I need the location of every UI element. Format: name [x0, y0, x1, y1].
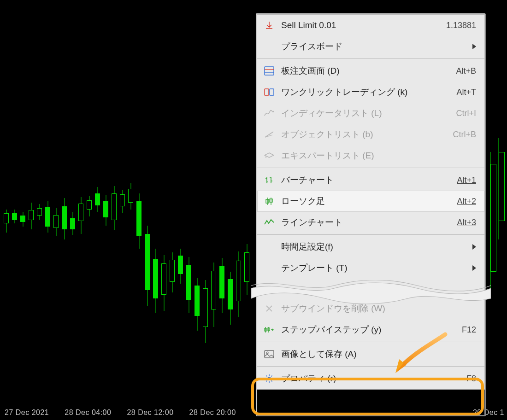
menu-label: ワンクリックトレーディング (k) [281, 86, 456, 98]
menu-label: 画像として保存 (A) [281, 348, 476, 360]
shortcut: Alt+T [456, 88, 476, 97]
step-icon [257, 326, 281, 334]
shortcut: Alt+3 [457, 218, 476, 228]
context-menu: Sell Limit 0.01 1.13881 プライスボード 板注文画面 (D… [257, 14, 485, 390]
menu-bar-chart[interactable]: バーチャート Alt+1 [257, 169, 484, 191]
menu-step-by-step[interactable]: ステップバイステップ (y) F12 [257, 319, 484, 340]
gear-icon [257, 374, 281, 383]
shortcut: Ctrl+I [456, 109, 476, 118]
menu-one-click-trading[interactable]: ワンクリックトレーディング (k) Alt+T [257, 82, 484, 103]
sell-arrow-icon [257, 21, 281, 30]
shortcut: Ctrl+B [453, 130, 476, 140]
menu-label: 時間足設定(f) [281, 241, 469, 253]
menu-line-chart[interactable]: ラインチャート Alt+3 [257, 212, 484, 233]
menu-label: サブウインドウを削除 (W) [281, 303, 476, 315]
menu-object-list: オブジェクトリスト (b) Ctrl+B [257, 124, 484, 145]
menu-properties[interactable]: プロパティ (r) F8 [257, 368, 484, 389]
menu-expert-list: エキスパートリスト (E) [257, 145, 484, 166]
candlestick-icon [257, 197, 281, 206]
menu-label: ステップバイステップ (y) [281, 324, 462, 336]
menu-sell-limit[interactable]: Sell Limit 0.01 1.13881 [257, 15, 484, 36]
depth-icon [257, 66, 281, 76]
price-value: 1.13881 [446, 21, 476, 30]
menu-label: バーチャート [281, 174, 457, 186]
submenu-arrow-icon [472, 44, 476, 49]
shortcut: F8 [466, 374, 476, 384]
menu-label: ローソク足 [281, 195, 457, 207]
separator [257, 234, 484, 235]
menu-label: オブジェクトリスト (b) [281, 128, 453, 140]
menu-indicator-list: インディケータリスト (L) Ctrl+I [257, 103, 484, 124]
svg-point-15 [266, 352, 268, 354]
svg-rect-4 [265, 89, 269, 95]
trend-icon [257, 130, 281, 139]
separator [257, 342, 484, 342]
shortcut: Alt+1 [457, 175, 476, 185]
svg-rect-5 [270, 89, 274, 95]
shortcut: Alt+2 [457, 197, 476, 206]
close-icon [257, 304, 281, 313]
xaxis-label: 28 Dec 04:00 [65, 408, 111, 417]
bar-chart-icon [257, 175, 281, 185]
separator [257, 168, 484, 168]
separator [257, 366, 484, 367]
menu-timeframe[interactable]: 時間足設定(f) [257, 236, 484, 257]
menu-label: プロパティ (r) [281, 373, 466, 385]
menu-label: エキスパートリスト (E) [281, 150, 476, 162]
menu-label: ラインチャート [281, 216, 457, 228]
menu-label: プライスボード [281, 41, 469, 52]
xaxis-label: 28 Dec 20:00 [189, 408, 236, 417]
menu-label: テンプレート (T) [281, 262, 469, 274]
svg-point-16 [268, 377, 271, 380]
svg-rect-14 [265, 350, 274, 358]
menu-template[interactable]: テンプレート (T) [257, 257, 484, 279]
menu-candlestick[interactable]: ローソク足 Alt+2 [257, 191, 484, 212]
shortcut: F12 [462, 325, 476, 335]
indicator-icon [257, 109, 281, 117]
cap-icon [257, 152, 281, 160]
menu-depth-of-market[interactable]: 板注文画面 (D) Alt+B [257, 60, 484, 82]
xaxis-label: 27 Dec 2021 [5, 408, 49, 417]
line-chart-icon [257, 218, 281, 227]
shortcut: Alt+B [456, 66, 476, 76]
menu-price-board[interactable]: プライスボード [257, 36, 484, 57]
menu-label: 板注文画面 (D) [281, 65, 456, 77]
menu-save-as-image[interactable]: 画像として保存 (A) [257, 344, 484, 365]
submenu-arrow-icon [472, 265, 476, 271]
separator [257, 58, 484, 59]
menu-label: Sell Limit 0.01 [281, 20, 446, 30]
xaxis-label: 29 Dec 1 [473, 408, 504, 417]
menu-delete-subwindow: サブウインドウを削除 (W) [257, 298, 484, 319]
menu-label: インディケータリスト (L) [281, 107, 456, 119]
x-axis: 27 Dec 2021 28 Dec 04:00 28 Dec 12:00 28… [0, 405, 507, 420]
submenu-arrow-icon [472, 244, 476, 250]
svg-rect-1 [265, 67, 274, 75]
xaxis-label: 28 Dec 12:00 [127, 408, 173, 417]
image-icon [257, 350, 281, 358]
one-click-icon [257, 88, 281, 97]
